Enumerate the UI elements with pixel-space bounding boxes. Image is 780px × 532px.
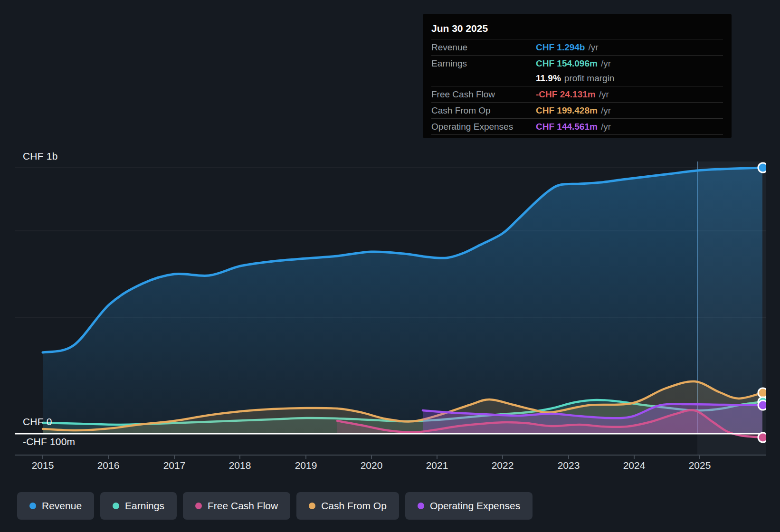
tooltip-row-profit-margin: 11.9% profit margin	[431, 70, 723, 86]
legend-label: Cash From Op	[321, 500, 387, 512]
profit-margin-value: 11.9%	[536, 73, 561, 84]
tooltip-row-free-cash-flow: Free Cash Flow -CHF 24.131m /yr	[431, 86, 723, 102]
legend-dot-icon	[418, 503, 424, 509]
y-axis-label-1b: CHF 1b	[23, 151, 58, 162]
tooltip-label: Free Cash Flow	[431, 89, 536, 100]
legend-item-earnings[interactable]: Earnings	[100, 492, 177, 520]
tooltip-label: Revenue	[431, 42, 536, 53]
tooltip-value: CHF 144.561m	[536, 122, 598, 132]
x-axis-label-2024: 2024	[623, 460, 646, 471]
legend-label: Earnings	[125, 500, 164, 512]
legend-item-revenue[interactable]: Revenue	[17, 492, 94, 520]
x-axis-label-2016: 2016	[97, 460, 120, 471]
x-axis-label-2023: 2023	[558, 460, 580, 471]
tooltip-suffix: /yr	[599, 89, 609, 100]
right-margin	[766, 0, 780, 532]
chart-legend: RevenueEarningsFree Cash FlowCash From O…	[17, 492, 533, 520]
x-axis-label-2015: 2015	[32, 460, 54, 471]
tooltip-label: Operating Expenses	[431, 122, 536, 132]
legend-label: Free Cash Flow	[208, 500, 278, 512]
tooltip-row-operating-expenses: Operating Expenses CHF 144.561m /yr	[431, 118, 723, 135]
x-axis-label-2022: 2022	[492, 460, 514, 471]
tooltip-suffix: /yr	[601, 105, 611, 116]
tooltip-label: Cash From Op	[431, 105, 536, 116]
legend-dot-icon	[309, 503, 315, 509]
y-axis-label-zero: CHF 0	[23, 416, 52, 428]
financial-history-chart: CHF 1b CHF 0 -CHF 100m 20152016201720182…	[0, 0, 780, 532]
x-axis-label-2017: 2017	[163, 460, 186, 471]
tooltip-row-cash-from-op: Cash From Op CHF 199.428m /yr	[431, 102, 723, 118]
legend-dot-icon	[29, 503, 36, 509]
x-axis-label-2018: 2018	[229, 460, 251, 471]
legend-dot-icon	[195, 503, 202, 509]
profit-margin-text: profit margin	[564, 73, 615, 84]
tooltip-date: Jun 30 2025	[431, 19, 723, 39]
data-tooltip: Jun 30 2025 Revenue CHF 1.294b /yr Earni…	[423, 14, 732, 138]
legend-dot-icon	[113, 503, 119, 509]
x-axis-label-2020: 2020	[361, 460, 383, 471]
legend-item-operating-expenses[interactable]: Operating Expenses	[405, 492, 533, 520]
x-axis-label-2025: 2025	[689, 460, 711, 471]
x-axis-label-2021: 2021	[426, 460, 448, 471]
tooltip-value: -CHF 24.131m	[536, 89, 596, 100]
tooltip-suffix: /yr	[588, 42, 598, 53]
tooltip-row-revenue: Revenue CHF 1.294b /yr	[431, 39, 723, 55]
x-axis-label-2019: 2019	[295, 460, 317, 471]
legend-label: Revenue	[42, 500, 82, 512]
tooltip-value: CHF 199.428m	[536, 105, 598, 116]
tooltip-value: CHF 1.294b	[536, 42, 585, 53]
tooltip-value: CHF 154.096m	[536, 58, 598, 69]
tooltip-suffix: /yr	[601, 58, 611, 69]
tooltip-row-earnings: Earnings CHF 154.096m /yr	[431, 55, 723, 71]
legend-item-cash-from-op[interactable]: Cash From Op	[296, 492, 399, 520]
legend-item-free-cash-flow[interactable]: Free Cash Flow	[183, 492, 290, 520]
tooltip-label: Earnings	[431, 58, 536, 69]
legend-label: Operating Expenses	[430, 500, 520, 512]
tooltip-suffix: /yr	[601, 122, 611, 132]
y-axis-label-neg100m: -CHF 100m	[23, 436, 75, 447]
